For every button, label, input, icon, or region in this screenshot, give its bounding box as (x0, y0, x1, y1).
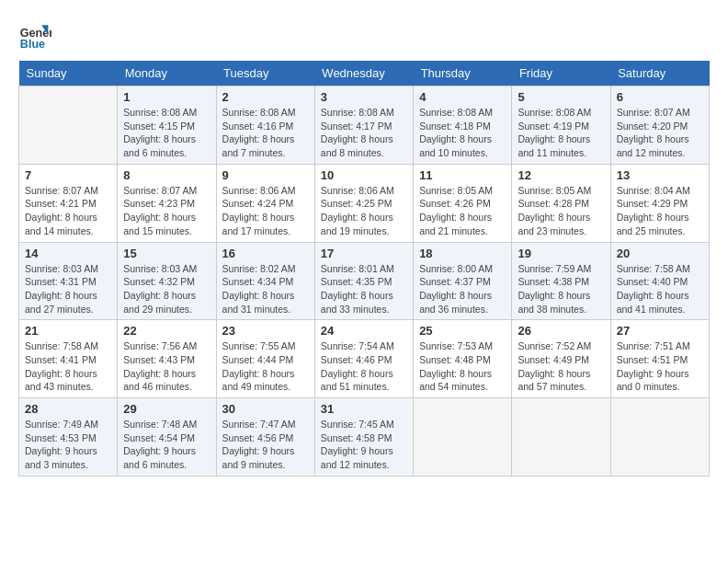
calendar-cell: 24Sunrise: 7:54 AM Sunset: 4:46 PM Dayli… (314, 320, 413, 398)
day-number: 4 (419, 90, 506, 104)
cell-details: Sunrise: 8:01 AM Sunset: 4:35 PM Dayligh… (321, 263, 394, 315)
cell-details: Sunrise: 8:08 AM Sunset: 4:16 PM Dayligh… (222, 107, 296, 158)
calendar-cell: 10Sunrise: 8:06 AM Sunset: 4:25 PM Dayli… (314, 164, 413, 242)
weekday-sunday: Sunday (19, 61, 118, 86)
weekday-saturday: Saturday (610, 61, 709, 86)
calendar-cell: 13Sunrise: 8:04 AM Sunset: 4:29 PM Dayli… (610, 164, 709, 242)
cell-details: Sunrise: 8:05 AM Sunset: 4:26 PM Dayligh… (419, 185, 493, 236)
day-number: 17 (321, 247, 407, 260)
weekday-wednesday: Wednesday (314, 61, 413, 86)
logo-icon: General Blue (18, 18, 51, 52)
day-number: 24 (321, 324, 407, 338)
cell-details: Sunrise: 8:08 AM Sunset: 4:17 PM Dayligh… (321, 107, 394, 158)
calendar-cell: 9Sunrise: 8:06 AM Sunset: 4:24 PM Daylig… (216, 164, 314, 242)
calendar-cell: 17Sunrise: 8:01 AM Sunset: 4:35 PM Dayli… (314, 242, 413, 320)
day-number: 5 (518, 90, 604, 104)
day-number: 22 (123, 324, 210, 338)
day-number: 15 (123, 247, 210, 260)
calendar-cell: 26Sunrise: 7:52 AM Sunset: 4:49 PM Dayli… (512, 320, 610, 398)
day-number: 12 (518, 168, 604, 182)
day-number: 11 (419, 168, 506, 182)
day-number: 6 (617, 90, 703, 104)
calendar-cell: 1Sunrise: 8:08 AM Sunset: 4:15 PM Daylig… (118, 86, 216, 165)
cell-details: Sunrise: 8:03 AM Sunset: 4:31 PM Dayligh… (25, 263, 98, 315)
calendar-cell: 25Sunrise: 7:53 AM Sunset: 4:48 PM Dayli… (414, 320, 512, 398)
cell-details: Sunrise: 7:47 AM Sunset: 4:56 PM Dayligh… (222, 419, 296, 470)
cell-details: Sunrise: 8:06 AM Sunset: 4:24 PM Dayligh… (222, 185, 296, 236)
day-number: 29 (123, 402, 210, 416)
day-number: 9 (222, 168, 309, 182)
calendar-cell: 27Sunrise: 7:51 AM Sunset: 4:51 PM Dayli… (610, 320, 709, 398)
day-number: 10 (321, 168, 407, 182)
calendar-cell: 31Sunrise: 7:45 AM Sunset: 4:58 PM Dayli… (314, 398, 413, 477)
cell-details: Sunrise: 7:53 AM Sunset: 4:48 PM Dayligh… (419, 340, 493, 392)
calendar-cell: 29Sunrise: 7:48 AM Sunset: 4:54 PM Dayli… (118, 398, 216, 477)
week-row-2: 7Sunrise: 8:07 AM Sunset: 4:21 PM Daylig… (19, 164, 710, 242)
day-number: 7 (25, 168, 111, 182)
calendar-cell: 28Sunrise: 7:49 AM Sunset: 4:53 PM Dayli… (19, 398, 118, 477)
calendar-cell (414, 398, 512, 477)
cell-details: Sunrise: 7:56 AM Sunset: 4:43 PM Dayligh… (123, 340, 197, 392)
weekday-tuesday: Tuesday (216, 61, 314, 86)
calendar-cell: 11Sunrise: 8:05 AM Sunset: 4:26 PM Dayli… (414, 164, 512, 242)
calendar-cell: 6Sunrise: 8:07 AM Sunset: 4:20 PM Daylig… (610, 86, 709, 165)
calendar-cell (512, 398, 610, 477)
day-number: 31 (321, 402, 407, 416)
day-number: 2 (222, 90, 309, 104)
day-number: 23 (222, 324, 309, 338)
calendar-cell: 18Sunrise: 8:00 AM Sunset: 4:37 PM Dayli… (414, 242, 512, 320)
cell-details: Sunrise: 8:07 AM Sunset: 4:21 PM Dayligh… (25, 185, 98, 236)
cell-details: Sunrise: 8:08 AM Sunset: 4:18 PM Dayligh… (419, 107, 493, 158)
day-number: 25 (419, 324, 506, 338)
calendar-cell: 4Sunrise: 8:08 AM Sunset: 4:18 PM Daylig… (414, 86, 512, 165)
calendar-cell: 21Sunrise: 7:58 AM Sunset: 4:41 PM Dayli… (19, 320, 118, 398)
cell-details: Sunrise: 7:59 AM Sunset: 4:38 PM Dayligh… (518, 263, 591, 315)
cell-details: Sunrise: 7:54 AM Sunset: 4:46 PM Dayligh… (321, 340, 394, 392)
day-number: 13 (617, 168, 703, 182)
calendar-cell: 16Sunrise: 8:02 AM Sunset: 4:34 PM Dayli… (216, 242, 314, 320)
cell-details: Sunrise: 7:48 AM Sunset: 4:54 PM Dayligh… (123, 419, 197, 470)
week-row-1: 1Sunrise: 8:08 AM Sunset: 4:15 PM Daylig… (19, 86, 710, 165)
calendar-table: SundayMondayTuesdayWednesdayThursdayFrid… (18, 61, 710, 477)
day-number: 1 (123, 90, 210, 104)
day-number: 19 (518, 247, 604, 260)
cell-details: Sunrise: 8:04 AM Sunset: 4:29 PM Dayligh… (617, 185, 690, 236)
day-number: 14 (25, 247, 111, 260)
cell-details: Sunrise: 8:00 AM Sunset: 4:37 PM Dayligh… (419, 263, 493, 315)
cell-details: Sunrise: 7:58 AM Sunset: 4:41 PM Dayligh… (25, 340, 98, 392)
cell-details: Sunrise: 8:03 AM Sunset: 4:32 PM Dayligh… (123, 263, 197, 315)
day-number: 8 (123, 168, 210, 182)
week-row-4: 21Sunrise: 7:58 AM Sunset: 4:41 PM Dayli… (19, 320, 710, 398)
cell-details: Sunrise: 7:55 AM Sunset: 4:44 PM Dayligh… (222, 340, 296, 392)
cell-details: Sunrise: 7:52 AM Sunset: 4:49 PM Dayligh… (518, 340, 591, 392)
calendar-cell: 2Sunrise: 8:08 AM Sunset: 4:16 PM Daylig… (216, 86, 314, 165)
calendar-cell: 7Sunrise: 8:07 AM Sunset: 4:21 PM Daylig… (19, 164, 118, 242)
cell-details: Sunrise: 8:02 AM Sunset: 4:34 PM Dayligh… (222, 263, 296, 315)
week-row-5: 28Sunrise: 7:49 AM Sunset: 4:53 PM Dayli… (19, 398, 710, 477)
calendar-cell: 5Sunrise: 8:08 AM Sunset: 4:19 PM Daylig… (512, 86, 610, 165)
calendar-cell: 3Sunrise: 8:08 AM Sunset: 4:17 PM Daylig… (314, 86, 413, 165)
cell-details: Sunrise: 8:07 AM Sunset: 4:23 PM Dayligh… (123, 185, 197, 236)
cell-details: Sunrise: 7:58 AM Sunset: 4:40 PM Dayligh… (617, 263, 690, 315)
cell-details: Sunrise: 8:06 AM Sunset: 4:25 PM Dayligh… (321, 185, 394, 236)
calendar-cell: 14Sunrise: 8:03 AM Sunset: 4:31 PM Dayli… (19, 242, 118, 320)
calendar-body: 1Sunrise: 8:08 AM Sunset: 4:15 PM Daylig… (19, 86, 710, 477)
calendar-cell: 8Sunrise: 8:07 AM Sunset: 4:23 PM Daylig… (118, 164, 216, 242)
calendar-cell: 15Sunrise: 8:03 AM Sunset: 4:32 PM Dayli… (118, 242, 216, 320)
day-number: 28 (25, 402, 111, 416)
cell-details: Sunrise: 8:08 AM Sunset: 4:19 PM Dayligh… (518, 107, 591, 158)
weekday-monday: Monday (118, 61, 216, 86)
page-header: General Blue (18, 18, 710, 52)
day-number: 27 (617, 324, 703, 338)
weekday-thursday: Thursday (414, 61, 512, 86)
day-number: 18 (419, 247, 506, 260)
calendar-cell: 20Sunrise: 7:58 AM Sunset: 4:40 PM Dayli… (610, 242, 709, 320)
cell-details: Sunrise: 8:07 AM Sunset: 4:20 PM Dayligh… (617, 107, 690, 158)
day-number: 30 (222, 402, 309, 416)
day-number: 26 (518, 324, 604, 338)
calendar-cell: 22Sunrise: 7:56 AM Sunset: 4:43 PM Dayli… (118, 320, 216, 398)
week-row-3: 14Sunrise: 8:03 AM Sunset: 4:31 PM Dayli… (19, 242, 710, 320)
logo: General Blue (18, 18, 55, 52)
day-number: 21 (25, 324, 111, 338)
day-number: 16 (222, 247, 309, 260)
